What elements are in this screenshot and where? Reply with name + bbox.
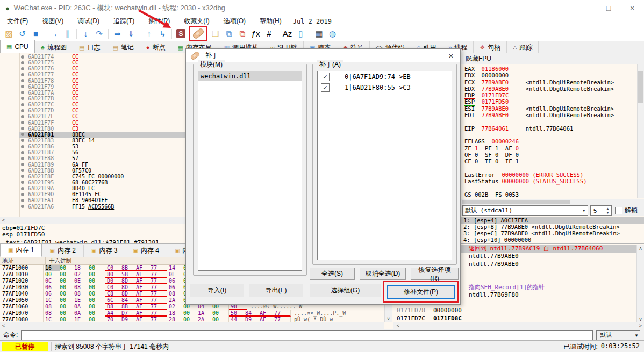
menu-item-4[interactable]: 插件(P) (141, 17, 177, 26)
register-row[interactable]: LastStatus 00000000 (STATUS_SUCCESS) (464, 178, 640, 184)
tab-handles[interactable]: ❖句柄 (474, 41, 507, 53)
register-row[interactable]: EBX 00000000 (464, 72, 640, 78)
scroll-left-icon[interactable]: < (395, 322, 402, 329)
export-button[interactable]: 导出(E) (249, 284, 303, 297)
breakpoint-dot[interactable] (21, 157, 24, 160)
hide-fpu-button[interactable]: 隐藏FPU (461, 53, 644, 64)
register-row[interactable]: EAX 01186000 (464, 66, 640, 72)
run-icon[interactable]: → (48, 28, 60, 40)
dump-tab-1[interactable]: ▣内存 1 (0, 243, 42, 257)
breakpoint-dot[interactable] (21, 127, 24, 130)
breakpoint-dot[interactable] (21, 199, 24, 202)
tab-graph[interactable]: ♣流程图 (35, 41, 73, 53)
argument-row[interactable]: 3: [esp+C] 77B9ABE0 <ntdll.DbgUiRemoteBr… (461, 230, 644, 236)
register-row[interactable] (464, 118, 640, 125)
argument-row[interactable]: 4: [esp+10] 00000000 (461, 236, 644, 243)
tab-trace[interactable]: ∴跟踪 (507, 41, 539, 53)
run-to-user-code-icon[interactable]: ⇒ (111, 28, 124, 40)
scroll-right-icon[interactable]: > (637, 322, 644, 329)
command-input[interactable] (21, 330, 593, 340)
label-icon[interactable]: ⧉ (223, 28, 235, 40)
scroll-up-icon[interactable]: ∧ (637, 245, 644, 252)
breakpoint-dot[interactable] (21, 139, 24, 142)
register-row[interactable]: ESP 0171FD50 (464, 98, 640, 105)
register-row[interactable]: ESI 77B9ABE0 <ntdll.DbgUiRemoteBreakin> (464, 105, 640, 112)
command-mode-select[interactable]: 默认 ▾ (596, 330, 640, 340)
stack-row[interactable]: 0171FD7800000000 (393, 307, 636, 314)
patch-file-button[interactable]: 修补文件(P) (387, 285, 455, 299)
stop-icon[interactable]: ■ (30, 28, 42, 40)
stack-vscrollbar[interactable]: ∧ ∨ (636, 245, 644, 322)
register-row[interactable]: EDI 77B9ABE0 <ntdll.DbgUiRemoteBreakin> (464, 112, 640, 118)
maximize-button[interactable]: □ (597, 0, 620, 16)
step-into-icon[interactable]: ↓ (80, 28, 92, 40)
breakpoint-dot[interactable] (21, 61, 24, 64)
scroll-down-icon[interactable]: ∨ (385, 315, 392, 322)
select-group-button[interactable]: 选择组(G) (310, 284, 381, 297)
breakpoint-dot[interactable] (21, 109, 24, 112)
breakpoint-dot[interactable] (21, 133, 24, 136)
restart-icon[interactable]: ↺ (16, 28, 28, 40)
stack-hscrollbar[interactable]: < > (393, 322, 644, 329)
menu-item-1[interactable]: 视图(V) (35, 17, 70, 26)
patch-list[interactable]: ✓0|6A7F1AD9:74->EB✓1|6AD21F80:55->C3 (317, 71, 452, 260)
register-row[interactable]: LastError 00000000 (ERROR_SUCCESS) (464, 171, 640, 178)
patch-checkbox[interactable]: ✓ (321, 83, 330, 92)
menu-item-0[interactable]: 文件(F) (0, 17, 35, 26)
register-row[interactable]: EFLAGS 00000246 (464, 138, 640, 145)
patch-item[interactable]: ✓0|6A7F1AD9:74->EB (318, 71, 452, 82)
dump-hscrollbar[interactable]: < (0, 322, 384, 329)
tab-breakpoints[interactable]: ●断点 (140, 41, 172, 53)
module-item[interactable]: wechatwin.dll (198, 71, 302, 81)
breakpoint-dot[interactable] (21, 121, 24, 124)
menu-item-3[interactable]: 追踪(T) (106, 17, 141, 26)
argument-row[interactable]: 2: [esp+8] 77B9ABE0 <ntdll.DbgUiRemoteBr… (461, 224, 644, 230)
register-row[interactable]: CF 0 TF 0 IF 1 (464, 158, 640, 164)
minimize-button[interactable]: — (573, 0, 597, 16)
breakpoint-dot[interactable] (21, 115, 24, 118)
breakpoint-dot[interactable] (21, 187, 24, 190)
tab-notes[interactable]: ▤笔记 (106, 41, 140, 53)
dialog-close-button[interactable]: × (445, 51, 457, 60)
register-row[interactable]: ECX 77B9ABE0 <ntdll.DbgUiRemoteBreakin> (464, 79, 640, 85)
step-into-user-icon[interactable]: ↳ (156, 28, 169, 40)
breakpoint-dot[interactable] (21, 55, 24, 59)
register-row[interactable]: ZF 1 PF 1 AF 0 (464, 145, 640, 152)
comment-icon[interactable]: ❏ (209, 28, 221, 40)
breakpoint-dot[interactable] (21, 85, 24, 88)
register-row[interactable]: EIP 77B64061 ntdll.77B64061 (464, 125, 640, 132)
calculator-icon[interactable]: ▦ (313, 28, 325, 40)
spin-up-icon[interactable]: ▲ (604, 206, 611, 211)
step-out-icon[interactable]: ↑ (143, 28, 155, 40)
breakpoint-dot[interactable] (21, 91, 24, 94)
breakpoint-dot[interactable] (21, 145, 24, 148)
register-row[interactable]: OF 0 SF 0 DF 0 (464, 152, 640, 158)
register-row[interactable] (464, 132, 640, 138)
breakpoint-dot[interactable] (21, 103, 24, 106)
hash-icon[interactable]: # (263, 28, 275, 40)
open-file-icon[interactable]: ▨ (3, 28, 15, 40)
breakpoint-dot[interactable] (21, 151, 24, 154)
breakpoint-dot[interactable] (21, 181, 24, 184)
step-over-icon[interactable]: ↷ (93, 28, 105, 40)
breakpoint-dot[interactable] (21, 97, 24, 100)
import-button[interactable]: 导入(I) (190, 284, 244, 297)
menu-item-5[interactable]: 收藏夹(I) (177, 17, 216, 26)
dump-tab-4[interactable]: ▣内存 4 (125, 245, 167, 257)
scrollbar-thumb[interactable] (462, 200, 570, 204)
scrollbar-thumb[interactable] (638, 71, 643, 103)
register-row[interactable]: GS 002B FS 0053 (464, 191, 640, 198)
select-all-button[interactable]: 全选(S) (310, 268, 355, 280)
argument-count-stepper[interactable]: 5 ▲ ▼ (590, 205, 612, 216)
execute-till-return-icon[interactable]: ⇓ (125, 28, 137, 40)
case-icon[interactable]: Az (281, 28, 294, 40)
patch-checkbox[interactable]: ✓ (321, 73, 330, 81)
scroll-left-icon[interactable]: < (0, 322, 7, 329)
menu-item-2[interactable]: 调试(D) (70, 17, 106, 26)
bookmark-icon[interactable]: ⧉ (236, 28, 248, 40)
close-button[interactable]: × (620, 0, 644, 16)
spin-down-icon[interactable]: ▼ (604, 211, 611, 215)
register-row[interactable]: EBP 0171FD7C (464, 92, 640, 98)
register-row[interactable] (464, 184, 640, 191)
breakpoint-dot[interactable] (21, 79, 24, 82)
